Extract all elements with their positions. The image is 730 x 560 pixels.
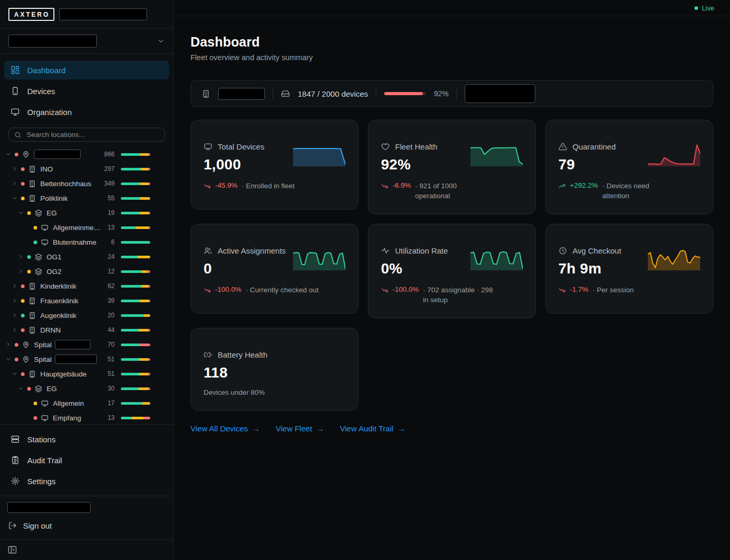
trending-down-icon [204,182,211,190]
tree-row[interactable]: DRNN44 [0,323,173,337]
tree-row[interactable]: Spital70 [0,337,173,352]
kpi-card-grid: Total Devices1,000-45.9%· Enrolled in fl… [190,120,713,410]
status-dot [21,299,25,303]
tree-row[interactable]: Poliklinik55 [0,191,173,205]
tree-row[interactable]: Empfang13 [0,410,173,424]
status-distribution-bar [121,387,150,390]
redacted-tree-label [55,340,91,349]
trending-down-icon [204,287,211,294]
card-battery-health: Battery Health118Devices under 80% [190,328,358,410]
building-icon [28,297,36,305]
monitor-icon [41,399,49,407]
chevron-right-icon[interactable] [10,166,19,172]
sidebar-header: AXTERO [0,0,173,29]
tree-row[interactable]: Allgemein17 [0,396,173,410]
fleet-progress-track [384,92,426,95]
chevron-right-icon [18,254,24,260]
chevron-down-icon[interactable] [10,371,19,377]
tree-row[interactable]: Augenklinik20 [0,308,173,323]
divider [456,88,457,99]
search-icon [14,131,21,139]
org-selector[interactable] [0,29,173,54]
monitor-icon [204,142,212,151]
sidebar-item-audit-trail[interactable]: Audit Trail [4,450,169,471]
clock-icon [558,246,567,255]
redacted-action-button[interactable] [465,84,535,103]
chevron-right-icon[interactable] [10,298,19,304]
link-view-audit-trail[interactable]: View Audit Trail→ [340,424,406,433]
tree-label: DRNN [40,326,61,334]
trend-note: · Per session [592,285,634,295]
sidebar-item-devices[interactable]: Devices [4,82,169,100]
sidebar-item-dashboard[interactable]: Dashboard [4,61,169,79]
status-distribution-bar [121,168,150,170]
chevron-down-icon[interactable] [17,385,25,392]
sidebar-item-stations[interactable]: Stations [4,429,169,450]
sidebar-item-label: Devices [27,87,55,96]
chevron-right-icon[interactable] [10,312,19,318]
tree-row[interactable]: Spital51 [0,352,173,367]
chevron-right-icon[interactable] [4,341,13,348]
card-fleet-health: Fleet Health92%-6.9%· 921 of 1000 operat… [368,120,536,214]
card-header: Battery Health [204,350,345,359]
tree-row[interactable]: OG124 [0,249,173,264]
tree-row[interactable]: Kinderklinik62 [0,279,173,293]
trend-note: · Devices need attention [602,181,678,201]
devices-count-text: 1847 / 2000 devices [298,89,368,98]
chevron-right-icon[interactable] [10,283,19,289]
status-dot [21,167,25,171]
locations-search-input[interactable] [26,130,159,139]
chevron-right-icon[interactable] [10,180,19,187]
card-trend: -6.9%· 921 of 1000 operational [381,181,523,201]
tree-row[interactable]: INO297 [0,162,173,176]
status-dot [27,270,31,273]
chevron-down-icon [5,356,12,362]
arrow-right-icon: → [398,424,406,433]
divider [273,88,273,99]
building-icon [201,89,210,98]
chevron-down-icon[interactable] [10,195,19,201]
tree-row[interactable]: 866 [0,147,173,162]
chevron-right-icon[interactable] [10,327,19,333]
tree-row[interactable]: Hauptgebäude51 [0,367,173,381]
sidebar-item-label: Settings [27,477,55,486]
sidebar-item-settings[interactable]: Settings [4,471,169,492]
pin-icon [22,341,30,349]
chevron-down-icon[interactable] [17,210,25,216]
link-view-fleet[interactable]: View Fleet→ [276,424,324,433]
tree-row[interactable]: EG30 [0,381,173,396]
tree-row[interactable]: Frauenklinik39 [0,293,173,308]
tree-row[interactable]: Bettenhochhaus349 [0,176,173,191]
chevron-right-icon[interactable] [17,268,25,275]
link-view-all-devices[interactable]: View All Devices→ [190,424,260,433]
sparkline-chart [293,143,345,166]
fleet-status-bar: 1847 / 2000 devices 92% [190,80,713,107]
tree-row[interactable]: Blutentnahme6 [0,235,173,249]
tree-row[interactable]: OG212 [0,264,173,279]
sparkline-chart [293,247,345,270]
chevron-down-icon[interactable] [4,356,13,362]
card-active-assignments: Active Assignments0-100.0%· Currently ch… [190,224,358,314]
primary-nav: DashboardDevicesOrganization [0,54,173,121]
sidebar-item-organization[interactable]: Organization [4,102,169,121]
device-count: 17 [105,399,115,407]
chevron-right-icon[interactable] [17,254,25,260]
pin-icon [22,356,30,363]
chevron-down-icon[interactable] [4,151,13,157]
trend-percent: +292.2% [570,181,598,189]
card-label: Fleet Health [395,142,437,151]
sign-out-button[interactable]: Sign out [7,518,166,533]
secondary-nav: StationsAudit TrailSettings [0,424,173,496]
status-distribution-bar [121,153,150,156]
collapse-sidebar-button[interactable] [7,545,17,555]
status-dot [21,372,25,376]
status-dot [33,241,37,244]
tree-row[interactable]: EG19 [0,205,173,220]
status-dot [15,343,18,347]
tree-row[interactable]: Allgemeinme…13 [0,220,173,235]
status-dot [27,387,31,391]
card-total-devices: Total Devices1,000-45.9%· Enrolled in fl… [190,120,358,210]
page-subtitle: Fleet overview and activity summary [190,53,713,62]
tree-label: Hauptgebäude [40,370,87,378]
dashboard-icon [10,65,20,75]
